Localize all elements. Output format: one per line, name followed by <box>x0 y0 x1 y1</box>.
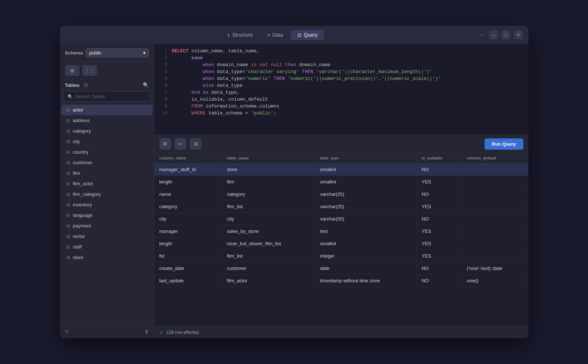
search-input[interactable] <box>75 94 146 99</box>
results-header-row: column_nametable_namedata_typeis_nullabl… <box>154 153 528 163</box>
table-row[interactable]: categoryfilm_listvarchar(25)YES <box>154 201 528 213</box>
settings-icon[interactable]: ⚙ <box>159 138 171 150</box>
line-number: 7 <box>154 90 167 95</box>
table-item[interactable]: ⊞actor <box>61 105 153 115</box>
code-content: case <box>172 55 203 61</box>
table-item[interactable]: ⊞address <box>61 115 153 126</box>
copy-icon[interactable]: ⧉ <box>190 138 202 150</box>
code-content: is_nullable, column_default <box>172 97 268 102</box>
table-cell: nicer_but_slower_film_list <box>222 238 315 250</box>
table-cell <box>461 238 528 250</box>
table-cell: customer <box>222 262 315 275</box>
table-row[interactable]: create_datecustomerdateNO('now'::text)::… <box>154 262 528 275</box>
undo-icon[interactable]: ↩ <box>175 138 186 150</box>
sidebar: Schema public ▾ ⊞ ⋮⋮ Tables 15 🔍 🔍 <box>60 44 154 338</box>
search-icon[interactable]: 🔍 <box>143 82 149 88</box>
run-query-button[interactable]: Run Query <box>484 138 523 150</box>
maximize-button[interactable]: □ <box>502 31 510 39</box>
status-icon: ✓ <box>159 329 164 335</box>
minimize-button[interactable]: – <box>489 31 498 39</box>
table-row[interactable]: citycityvarchar(50)NO <box>154 213 528 225</box>
line-number: 9 <box>154 104 167 109</box>
results-column-header: data_type <box>315 153 417 163</box>
table-item[interactable]: ⊞store <box>61 252 153 263</box>
table-item[interactable]: ⊞film_category <box>61 189 153 199</box>
table-icon: ⊞ <box>66 108 70 113</box>
table-item[interactable]: ⊞staff <box>61 242 153 252</box>
table-item[interactable]: ⊞film <box>61 168 153 178</box>
table-cell: NO <box>417 262 462 275</box>
more-options[interactable]: ··· <box>479 32 485 38</box>
table-item[interactable]: ⊞inventory <box>61 199 153 210</box>
search-glass-icon: 🔍 <box>68 94 73 99</box>
results-thead: column_nametable_namedata_typeis_nullabl… <box>154 153 528 163</box>
app-window: ⫿ Structure ≡ Data ⊡ Query ··· – □ ✕ Sch… <box>60 26 528 338</box>
code-content: else data_type <box>172 83 243 88</box>
table-cell: city <box>222 213 315 225</box>
table-item[interactable]: ⊞customer <box>61 157 153 168</box>
line-number: 8 <box>154 97 167 102</box>
table-item[interactable]: ⊞film_actor <box>61 178 153 189</box>
table-cell: YES <box>417 201 462 213</box>
table-view-button[interactable]: ⊞ <box>65 65 80 76</box>
table-cell: manager_staff_id <box>154 163 222 176</box>
table-item[interactable]: ⊞country <box>61 147 153 157</box>
table-row[interactable]: lengthnicer_but_slower_film_listsmallint… <box>154 238 528 250</box>
table-icon: ⊞ <box>66 160 70 165</box>
table-cell: fid <box>154 250 222 262</box>
table-cell: category <box>154 201 222 213</box>
results-column-header: column_default <box>461 153 528 163</box>
table-cell: text <box>315 225 417 238</box>
refresh-icon[interactable]: ↻ <box>65 329 69 335</box>
table-item[interactable]: ⊞city <box>61 136 153 147</box>
table-cell: last_update <box>154 275 222 287</box>
table-cell: NO <box>417 188 462 201</box>
table-row[interactable]: managersales_by_storetextYES <box>154 225 528 238</box>
table-row[interactable]: manager_staff_idstoresmallintNO <box>154 163 528 176</box>
tables-count: 15 <box>83 83 88 88</box>
code-line: 10 WHERE table_schema = 'public'; <box>154 110 528 117</box>
close-button[interactable]: ✕ <box>514 31 523 39</box>
table-item[interactable]: ⊞rental <box>61 231 153 242</box>
table-icon: ⊞ <box>66 129 70 134</box>
table-item[interactable]: ⊞category <box>61 126 153 136</box>
data-icon: ≡ <box>267 32 270 38</box>
line-number: 10 <box>154 110 167 116</box>
tables-header: Tables 15 🔍 <box>60 79 154 91</box>
code-line: 6 else data_type <box>154 82 528 89</box>
tab-query[interactable]: ⊡ Query <box>291 30 324 40</box>
table-item[interactable]: ⊞payment <box>61 221 153 231</box>
schema-row: Schema public ▾ <box>60 44 154 62</box>
table-cell: smallint <box>315 163 417 176</box>
structure-icon: ⫿ <box>227 32 230 38</box>
table-cell: NO <box>417 213 462 225</box>
table-row[interactable]: namecategoryvarchar(25)NO <box>154 188 528 201</box>
table-cell: smallint <box>315 176 417 188</box>
code-content: FROM information_schema.columns <box>172 104 279 109</box>
table-cell: date <box>315 262 417 275</box>
tab-structure[interactable]: ⫿ Structure <box>221 30 259 40</box>
list-view-button[interactable]: ⋮⋮ <box>82 65 97 76</box>
table-icon: ⊞ <box>66 171 70 176</box>
search-box: 🔍 <box>64 91 150 102</box>
table-cell: timestamp without time zone <box>315 275 417 287</box>
table-row[interactable]: last_updatefilm_actortimestamp without t… <box>154 275 528 287</box>
export-icon[interactable]: ⬆ <box>145 329 149 335</box>
status-message: 128 row affected. <box>167 330 200 335</box>
results-column-header: column_name <box>154 153 222 163</box>
line-number: 1 <box>154 48 167 54</box>
table-item[interactable]: ⊞language <box>61 210 153 221</box>
tab-data[interactable]: ≡ Data <box>261 30 289 40</box>
table-row[interactable]: fidfilm_listintegerYES <box>154 250 528 262</box>
sidebar-view-row: ⊞ ⋮⋮ <box>60 62 154 79</box>
table-cell: integer <box>315 250 417 262</box>
line-number: 6 <box>154 83 167 88</box>
table-cell: category <box>222 188 315 201</box>
table-cell: city <box>154 213 222 225</box>
schema-dropdown[interactable]: public ▾ <box>86 48 149 57</box>
table-cell: length <box>154 238 222 250</box>
code-editor[interactable]: 1SELECT column_name, table_name,2 case3 … <box>154 44 528 135</box>
table-row[interactable]: lengthfilmsmallintYES <box>154 176 528 188</box>
code-line: 2 case <box>154 54 528 61</box>
table-cell: film_actor <box>222 275 315 287</box>
